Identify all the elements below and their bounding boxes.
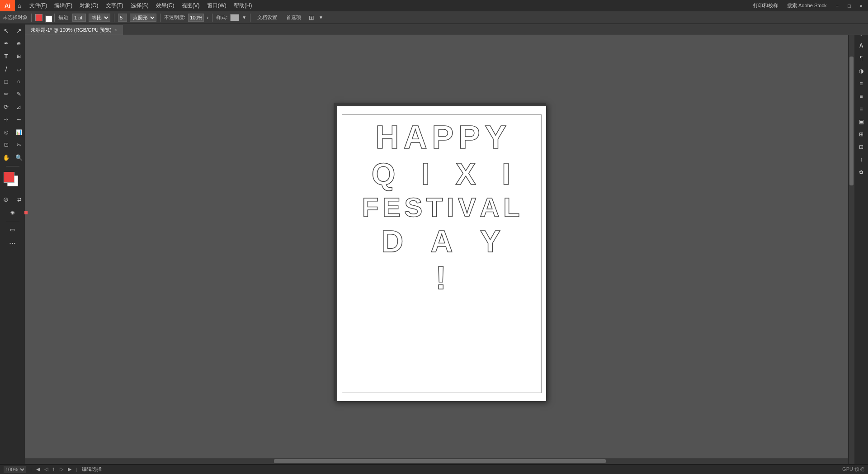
artboard-edit-label: 编辑选择 <box>82 466 102 473</box>
letter-I1: I <box>420 157 433 191</box>
close-button[interactable]: × <box>858 3 864 9</box>
change-screen-mode[interactable]: ▭ <box>7 224 19 236</box>
align-icon[interactable]: ≡ <box>856 104 867 114</box>
layers-icon[interactable]: ≡ <box>856 78 867 89</box>
paragraph-icon[interactable]: ¶ <box>856 53 867 64</box>
arc-tool[interactable]: ◡ <box>13 63 25 75</box>
select-tool[interactable]: ↖ <box>0 25 12 37</box>
slice-tool[interactable]: ✄ <box>13 139 25 151</box>
swap-colors[interactable]: ⇄ <box>14 194 25 205</box>
stroke-width-input[interactable] <box>72 14 86 22</box>
status-bar: 100% 50% 200% | ◀ ◁ 1 ▷ ▶ | 编辑选择 GPU 预览 <box>0 464 868 474</box>
menu-edit[interactable]: 编辑(E) <box>51 0 76 11</box>
menu-file[interactable]: 文件(F) <box>26 0 51 11</box>
point-count-input[interactable] <box>118 14 127 22</box>
symbol-sprayer-tool[interactable]: ◎ <box>0 126 12 138</box>
stroke-desc-label: 描边: <box>58 14 70 21</box>
tab-close-button[interactable]: × <box>114 28 117 33</box>
print-proof-button[interactable]: 打印和校样 <box>751 2 780 9</box>
pencil-tool[interactable]: ✎ <box>13 88 25 100</box>
rotate-tool[interactable]: ⟳ <box>0 101 12 113</box>
opacity-input[interactable] <box>188 14 204 22</box>
gpu-preview-label: GPU 预览 <box>842 466 864 473</box>
direct-select-tool[interactable]: ↗ <box>13 25 25 37</box>
shape-select[interactable]: 点圆形 <box>130 14 156 22</box>
next-page-button[interactable]: ▷ <box>60 466 63 472</box>
artboard-tool[interactable]: ⊡ <box>0 139 12 151</box>
document-tab[interactable]: 未标题-1* @ 100% (RGB/GPU 预览) × <box>25 25 123 35</box>
foreground-color-swatch[interactable] <box>4 172 14 183</box>
stroke-color-swatch[interactable] <box>45 15 52 23</box>
style-swatch[interactable] <box>230 14 239 21</box>
letter-exclaim: ! <box>435 260 447 296</box>
tool-separator-2 <box>6 221 19 221</box>
pen-tool[interactable]: ✒ <box>0 38 12 49</box>
menu-effect[interactable]: 效果(C) <box>152 0 178 11</box>
stroke-type-select[interactable]: 等比 <box>89 14 110 22</box>
menu-help[interactable]: 帮助(H) <box>230 0 256 11</box>
gradient-fill[interactable]: ◼ <box>20 206 32 218</box>
default-colors[interactable]: ● <box>0 206 5 218</box>
prev-page-button[interactable]: ◀ <box>36 466 40 472</box>
menu-view[interactable]: 视图(V) <box>178 0 203 11</box>
transform-icon[interactable]: ▣ <box>856 116 867 127</box>
menu-text[interactable]: 文字(T) <box>102 0 127 11</box>
asset-export-icon[interactable]: ⊡ <box>856 142 867 152</box>
symbols-icon[interactable]: ✿ <box>856 167 867 178</box>
v-scrollbar-thumb[interactable] <box>849 57 854 185</box>
home-icon[interactable]: ⌂ <box>15 2 24 9</box>
vertical-scrollbar[interactable] <box>848 35 854 464</box>
doc-settings-button[interactable]: 文档设置 <box>254 13 280 22</box>
maximize-button[interactable]: □ <box>846 3 853 9</box>
text-tool[interactable]: T <box>0 50 12 62</box>
letter-E: E <box>381 193 403 223</box>
first-page-button[interactable]: ◁ <box>44 466 48 472</box>
area-text-tool[interactable]: ⊞ <box>13 50 25 62</box>
appearance-icon[interactable]: ◑ <box>856 66 867 76</box>
canvas-area: H A P P Y Q I X I F E S T <box>25 35 854 464</box>
adobe-stock-search[interactable]: 搜索 Adobe Stock <box>785 2 828 9</box>
rect-tool[interactable]: □ <box>0 76 12 87</box>
character-icon[interactable]: A <box>856 40 867 51</box>
arrange-dropdown-icon[interactable]: ▼ <box>319 15 323 20</box>
reflect-tool[interactable]: ⊿ <box>13 101 25 113</box>
arrange-icon[interactable]: ⊞ <box>307 14 316 21</box>
minimize-button[interactable]: − <box>834 3 840 9</box>
preferences-button[interactable]: 首选项 <box>283 13 304 22</box>
warp-tool[interactable]: ⊹ <box>0 114 12 125</box>
column-graph-tool[interactable]: 📊 <box>13 126 25 138</box>
letter-Y2: Y <box>478 224 504 258</box>
style-label: 样式: <box>216 14 227 21</box>
top-bar-right: 打印和校样 搜索 Adobe Stock − □ × <box>751 2 868 9</box>
cc-libraries-icon[interactable]: ↕ <box>856 154 867 165</box>
menu-bar: Ai ⌂ 文件(F) 编辑(E) 对象(O) 文字(T) 选择(S) 效果(C)… <box>0 0 868 11</box>
letter-A2: A <box>478 193 502 223</box>
horizontal-scrollbar[interactable] <box>25 458 854 464</box>
anchor-tool[interactable]: ⊕ <box>13 38 25 49</box>
toolbar-separator-1 <box>31 14 32 22</box>
pathfinder-icon[interactable]: ⊞ <box>856 129 867 140</box>
stroke-color-area[interactable] <box>35 14 51 21</box>
fill-color-swatch[interactable] <box>35 14 42 21</box>
none-swatch[interactable]: ⊘ <box>0 194 12 205</box>
color-swatch-area[interactable] <box>4 172 22 190</box>
style-dropdown-icon[interactable]: ▼ <box>242 15 246 20</box>
opacity-arrow[interactable]: › <box>207 14 208 21</box>
ellipse-tool[interactable]: ○ <box>13 76 25 87</box>
page-number-label: 1 <box>52 467 55 472</box>
hand-tool[interactable]: ✋ <box>0 152 12 163</box>
width-tool[interactable]: ⊸ <box>13 114 25 125</box>
color-fill[interactable]: ◉ <box>7 206 19 218</box>
last-page-button[interactable]: ▶ <box>68 466 71 472</box>
more-tools[interactable]: ··· <box>9 238 16 248</box>
line-tool[interactable]: / <box>0 63 12 75</box>
zoom-select[interactable]: 100% 50% 200% <box>4 466 26 473</box>
menu-window[interactable]: 窗口(W) <box>203 0 230 11</box>
opacity-label: 不透明度: <box>164 14 185 21</box>
paint-brush-tool[interactable]: ✏ <box>0 88 12 100</box>
artboards-icon[interactable]: ≡ <box>856 91 867 102</box>
menu-object[interactable]: 对象(O) <box>76 0 102 11</box>
menu-select[interactable]: 选择(S) <box>127 0 152 11</box>
zoom-tool[interactable]: 🔍 <box>13 152 25 163</box>
h-scrollbar-thumb[interactable] <box>274 459 606 463</box>
